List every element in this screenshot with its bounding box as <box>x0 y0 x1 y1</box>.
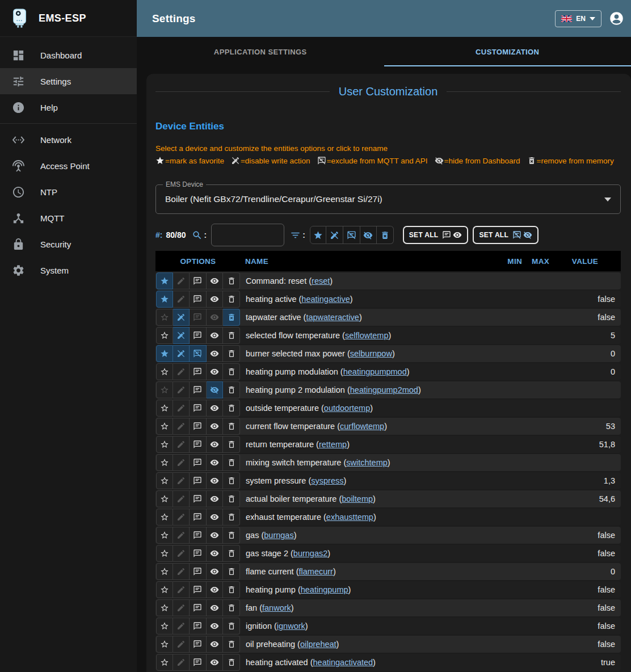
favorite-toggle[interactable] <box>156 418 173 435</box>
entity-link[interactable]: burngas <box>264 531 293 540</box>
delete-toggle[interactable] <box>223 618 240 635</box>
visibility-toggle[interactable] <box>207 454 224 471</box>
delete-toggle[interactable] <box>223 400 240 417</box>
delete-toggle[interactable] <box>223 563 240 580</box>
mqtt-toggle[interactable] <box>190 345 207 362</box>
favorite-toggle[interactable] <box>156 381 173 398</box>
mqtt-toggle[interactable] <box>190 272 207 289</box>
delete-toggle[interactable] <box>223 636 240 653</box>
entity-link[interactable]: burngas2 <box>293 549 327 558</box>
favorite-toggle[interactable] <box>156 291 173 308</box>
mqtt-toggle[interactable] <box>190 581 207 598</box>
set-all-button-2[interactable]: SET ALL <box>473 226 539 244</box>
mqtt-toggle[interactable] <box>190 618 207 635</box>
filter-toggle-trash-x[interactable] <box>377 226 394 244</box>
filter-toggle-star-filled[interactable] <box>310 226 327 244</box>
visibility-toggle[interactable] <box>207 436 224 453</box>
set-all-button-1[interactable]: SET ALL <box>403 226 469 244</box>
write-toggle[interactable] <box>173 545 190 562</box>
delete-toggle[interactable] <box>223 381 240 398</box>
delete-toggle[interactable] <box>223 436 240 453</box>
write-toggle[interactable] <box>173 581 190 598</box>
mqtt-toggle[interactable] <box>190 436 207 453</box>
delete-toggle[interactable] <box>223 291 240 308</box>
mqtt-toggle[interactable] <box>190 636 207 653</box>
write-toggle[interactable] <box>173 636 190 653</box>
favorite-toggle[interactable] <box>156 327 173 344</box>
ems-device-select[interactable]: EMS Device Boiler (Nefit GBx72/Trendline… <box>155 184 621 214</box>
sidebar-item-security[interactable]: Security <box>0 231 137 257</box>
write-toggle[interactable] <box>173 527 190 544</box>
filter-toggle-pencil-off[interactable] <box>326 226 343 244</box>
favorite-toggle[interactable] <box>156 472 173 489</box>
delete-toggle[interactable] <box>223 363 240 380</box>
favorite-toggle[interactable] <box>156 454 173 471</box>
write-toggle[interactable] <box>173 345 190 362</box>
favorite-toggle[interactable] <box>156 436 173 453</box>
visibility-toggle[interactable] <box>207 545 224 562</box>
delete-toggle[interactable] <box>223 454 240 471</box>
mqtt-toggle[interactable] <box>190 509 207 526</box>
mqtt-toggle[interactable] <box>190 599 207 616</box>
favorite-toggle[interactable] <box>156 636 173 653</box>
mqtt-toggle[interactable] <box>190 472 207 489</box>
visibility-toggle[interactable] <box>207 581 224 598</box>
entity-link[interactable]: heatingpump2mod <box>350 385 418 394</box>
favorite-toggle[interactable] <box>156 618 173 635</box>
write-toggle[interactable] <box>173 599 190 616</box>
entity-link[interactable]: selburnpow <box>350 349 392 358</box>
delete-toggle[interactable] <box>223 581 240 598</box>
delete-toggle[interactable] <box>223 418 240 435</box>
favorite-toggle[interactable] <box>156 345 173 362</box>
favorite-toggle[interactable] <box>156 563 173 580</box>
search-input[interactable] <box>211 224 284 246</box>
tab-application-settings[interactable]: APPLICATION SETTINGS <box>137 37 384 66</box>
mqtt-toggle[interactable] <box>190 563 207 580</box>
delete-toggle[interactable] <box>223 599 240 616</box>
entity-link[interactable]: tapwateractive <box>306 313 359 322</box>
favorite-toggle[interactable] <box>156 309 173 326</box>
visibility-toggle[interactable] <box>207 291 224 308</box>
mqtt-toggle[interactable] <box>190 400 207 417</box>
delete-toggle[interactable] <box>223 545 240 562</box>
sidebar-item-access-point[interactable]: Access Point <box>0 153 137 179</box>
visibility-toggle[interactable] <box>207 381 224 398</box>
write-toggle[interactable] <box>173 418 190 435</box>
filter-toggle-eye-off[interactable] <box>360 226 377 244</box>
favorite-toggle[interactable] <box>156 581 173 598</box>
entity-link[interactable]: rettemp <box>319 440 347 449</box>
delete-toggle[interactable] <box>223 309 240 326</box>
favorite-toggle[interactable] <box>156 599 173 616</box>
write-toggle[interactable] <box>173 472 190 489</box>
entity-link[interactable]: boiltemp <box>342 494 373 503</box>
tab-customization[interactable]: CUSTOMIZATION <box>384 37 631 66</box>
visibility-toggle[interactable] <box>207 509 224 526</box>
visibility-toggle[interactable] <box>207 563 224 580</box>
write-toggle[interactable] <box>173 291 190 308</box>
mqtt-toggle[interactable] <box>190 363 207 380</box>
mqtt-toggle[interactable] <box>190 527 207 544</box>
delete-toggle[interactable] <box>223 509 240 526</box>
mqtt-toggle[interactable] <box>190 654 207 671</box>
sidebar-item-mqtt[interactable]: MQTT <box>0 205 137 231</box>
visibility-toggle[interactable] <box>207 472 224 489</box>
sidebar-item-system[interactable]: System <box>0 257 137 283</box>
visibility-toggle[interactable] <box>207 618 224 635</box>
visibility-toggle[interactable] <box>207 400 224 417</box>
delete-toggle[interactable] <box>223 345 240 362</box>
mqtt-toggle[interactable] <box>190 327 207 344</box>
write-toggle[interactable] <box>173 454 190 471</box>
sidebar-item-help[interactable]: Help <box>0 94 137 120</box>
favorite-toggle[interactable] <box>156 527 173 544</box>
write-toggle[interactable] <box>173 272 190 289</box>
favorite-toggle[interactable] <box>156 654 173 671</box>
entity-link[interactable]: heatingactivated <box>313 658 373 667</box>
mqtt-toggle[interactable] <box>190 381 207 398</box>
visibility-toggle[interactable] <box>207 363 224 380</box>
sidebar-item-dashboard[interactable]: Dashboard <box>0 42 137 68</box>
delete-toggle[interactable] <box>223 527 240 544</box>
favorite-toggle[interactable] <box>156 400 173 417</box>
visibility-toggle[interactable] <box>207 418 224 435</box>
write-toggle[interactable] <box>173 563 190 580</box>
entity-link[interactable]: heatingpump <box>301 585 348 594</box>
